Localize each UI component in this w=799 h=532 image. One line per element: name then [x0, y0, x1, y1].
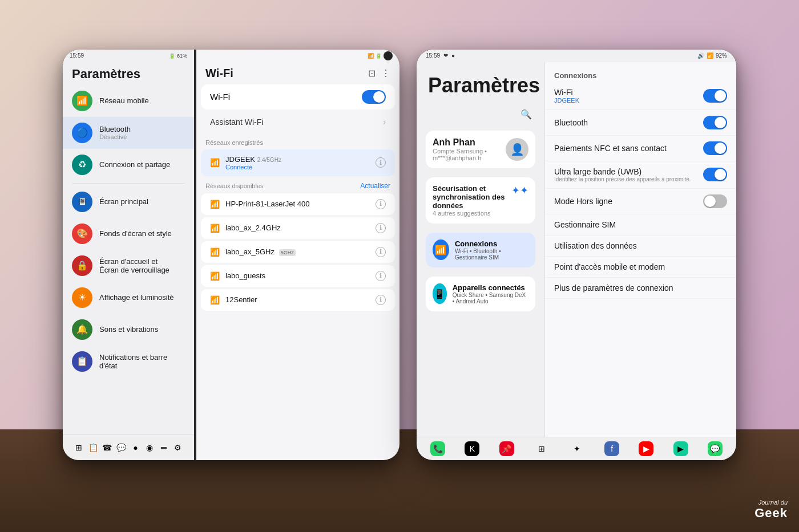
wifi-header: Wi-Fi ⊡ ⋮	[196, 62, 400, 84]
affichage-icon: ☀	[72, 287, 92, 308]
nav-play[interactable]: ▶	[673, 441, 688, 456]
hp-info-icon[interactable]: ℹ	[376, 199, 386, 209]
nav-phone2[interactable]: ═	[157, 440, 171, 456]
search-button[interactable]: 🔍	[517, 105, 535, 124]
menu-item-ecran2[interactable]: 🔒 Écran d'accueil etÉcran de verrouillag…	[63, 250, 194, 282]
expand-icon[interactable]: ⊡	[368, 68, 376, 79]
assistant-label: Assistant Wi-Fi	[210, 117, 263, 127]
sons-label: Sons et vibrations	[99, 325, 185, 334]
row-hors-ligne[interactable]: Mode Hors ligne	[545, 189, 736, 214]
sync-card[interactable]: Sécurisation et synchronisation des donn…	[426, 177, 535, 224]
nav-b[interactable]: K	[465, 441, 479, 456]
nav-star[interactable]: ✦	[569, 441, 585, 457]
affichage-label: Affichage et luminosité	[99, 293, 185, 302]
guests-info-icon[interactable]: ℹ	[376, 271, 386, 281]
network-guests[interactable]: 📶 labo_guests ℹ	[201, 265, 395, 287]
wifi-row-toggle[interactable]	[703, 89, 727, 103]
more-icon[interactable]: ⋮	[381, 68, 390, 79]
sentier-name: 12Sentier	[225, 295, 370, 304]
row-nfc[interactable]: Paiements NFC et sans contact	[545, 136, 736, 161]
bluetooth-label: Bluetooth	[99, 125, 185, 133]
menu-item-ecran[interactable]: 🖥 Écran principal	[63, 186, 194, 218]
status-bar-right: 15:59 ❤ ● 🔊 📶 92%	[417, 50, 736, 62]
network-hp[interactable]: 📶 HP-Print-81-LaserJet 400 ℹ	[201, 193, 395, 215]
available-label: Réseaux disponibles	[205, 182, 264, 189]
connexions-card[interactable]: 📶 Connexions Wi-Fi • Bluetooth • Gestion…	[426, 233, 535, 267]
nav-phone[interactable]: ☎	[100, 440, 115, 456]
available-header: Réseaux disponibles Actualiser	[196, 177, 400, 192]
row-uwb[interactable]: Ultra large bande (UWB) Identifiez la po…	[545, 161, 736, 189]
user-card[interactable]: Anh Phan Compte Samsung • m***@anhphan.f…	[426, 131, 535, 168]
nav-messages[interactable]: 💬	[114, 440, 128, 456]
uwb-row-toggle[interactable]	[703, 168, 727, 181]
fonds-label: Fonds d'écran et style	[99, 229, 185, 238]
nav-settings[interactable]: ⚙	[171, 440, 185, 456]
menu-item-sons[interactable]: 🔔 Sons et vibrations	[63, 314, 194, 346]
right-pane: Connexions Wi-Fi JDGEEK	[544, 62, 736, 437]
ecran2-icon: 🔒	[72, 255, 92, 276]
nfc-row-toggle[interactable]	[703, 141, 727, 155]
row-bluetooth[interactable]: Bluetooth	[545, 110, 736, 136]
hors-ligne-toggle[interactable]	[703, 194, 727, 208]
row-donnees[interactable]: Utilisation des données	[545, 235, 736, 257]
bluetooth-icon: 🔵	[72, 123, 92, 143]
network-sentier[interactable]: 📶 12Sentier ℹ	[201, 289, 395, 311]
wifi-signal-icon: 📶	[210, 158, 220, 167]
toggle-knob	[373, 91, 385, 103]
row-wifi[interactable]: Wi-Fi JDGEEK	[545, 82, 736, 110]
user-avatar: 👤	[506, 138, 528, 161]
wifi-icon-labo24: 📶	[210, 224, 220, 233]
nav-multi[interactable]: ⊞	[534, 441, 550, 457]
nav-wa[interactable]: 💬	[708, 441, 723, 456]
watermark-small: Journal du	[754, 499, 788, 506]
network-info-icon[interactable]: ℹ	[376, 157, 386, 168]
labo5-name: labo_ax_5GHz 5GHz	[225, 247, 370, 256]
menu-item-connexion[interactable]: ♻ Connexion et partage	[63, 149, 194, 181]
labo24-name: labo_ax_2.4GHz	[225, 224, 370, 232]
watermark: Journal du Geek	[754, 499, 788, 521]
ecran-label: Écran principal	[99, 197, 185, 206]
nav-yt[interactable]: ▶	[639, 441, 653, 456]
assistant-row[interactable]: Assistant Wi-Fi ›	[201, 112, 395, 132]
network-labo24[interactable]: 📶 labo_ax_2.4GHz ℹ	[201, 217, 395, 239]
sync-title: Sécurisation et synchronisation des donn…	[433, 184, 511, 210]
row-point-acces[interactable]: Point d'accès mobile et modem	[545, 257, 736, 278]
row-sim[interactable]: Gestionnaire SIM	[545, 214, 736, 235]
network-labo5[interactable]: 📶 labo_ax_5GHz 5GHz ℹ	[201, 241, 395, 263]
wifi-toggle[interactable]	[362, 90, 386, 104]
nav-chrome[interactable]: ●	[128, 440, 143, 456]
connexion-icon: ♻	[72, 155, 92, 175]
battery-icon: 🔋	[169, 53, 175, 59]
menu-item-notifications[interactable]: 📋 Notifications et barre d'état	[63, 346, 194, 377]
connexions-card-icon: 📶	[433, 239, 449, 260]
nav-apps[interactable]: ⊞	[72, 440, 86, 456]
user-account: Compte Samsung • m***@anhphan.fr	[433, 148, 499, 161]
refresh-button[interactable]: Actualiser	[360, 182, 390, 190]
appareils-card[interactable]: 📱 Appareils connectés Quick Share • Sams…	[426, 277, 535, 311]
labo5-info-icon[interactable]: ℹ	[376, 247, 386, 257]
row-plus[interactable]: Plus de paramètres de connexion	[545, 278, 736, 299]
watermark-big: Geek	[754, 506, 788, 521]
nav-fb[interactable]: f	[604, 441, 619, 456]
reseau-label: Réseau mobile	[99, 96, 185, 105]
nav-recent[interactable]: 📋	[86, 440, 100, 456]
bluetooth-row-toggle[interactable]	[703, 116, 727, 129]
connected-network[interactable]: 📶 JDGEEK 2.4/5GHz Connecté ℹ	[201, 149, 395, 176]
nav-camera[interactable]: ◉	[143, 440, 157, 456]
menu-item-affichage[interactable]: ☀ Affichage et luminosité	[63, 282, 194, 314]
wifi-panel: 📶 🔋 Wi-Fi ⊡ ⋮ Wi-Fi	[194, 50, 400, 460]
menu-item-bluetooth[interactable]: 🔵 Bluetooth Désactivé	[63, 117, 194, 149]
menu-item-fonds[interactable]: 🎨 Fonds d'écran et style	[63, 218, 194, 250]
bottom-nav-left: ⊞ 📋 ☎ 💬 ● ◉ ═ ⚙	[63, 434, 194, 460]
connected-network-name: JDGEEK 2.4/5GHz	[225, 155, 370, 164]
nav-p[interactable]: 📌	[499, 441, 514, 456]
menu-item-reseau[interactable]: 📶 Réseau mobile	[63, 85, 194, 117]
chevron-icon: ›	[383, 117, 386, 127]
sentier-info-icon[interactable]: ℹ	[376, 295, 386, 305]
battery-wifi: 🔋	[376, 53, 382, 59]
nav-phone3[interactable]: 📞	[430, 441, 445, 456]
labo24-info-icon[interactable]: ℹ	[376, 223, 386, 233]
left-phone: 15:59 🔋 61% Paramètres 📶 Réseau mobile 🔵…	[63, 50, 400, 460]
battery-percent: 61%	[177, 53, 187, 59]
notifications-label: Notifications et barre d'état	[99, 353, 185, 370]
